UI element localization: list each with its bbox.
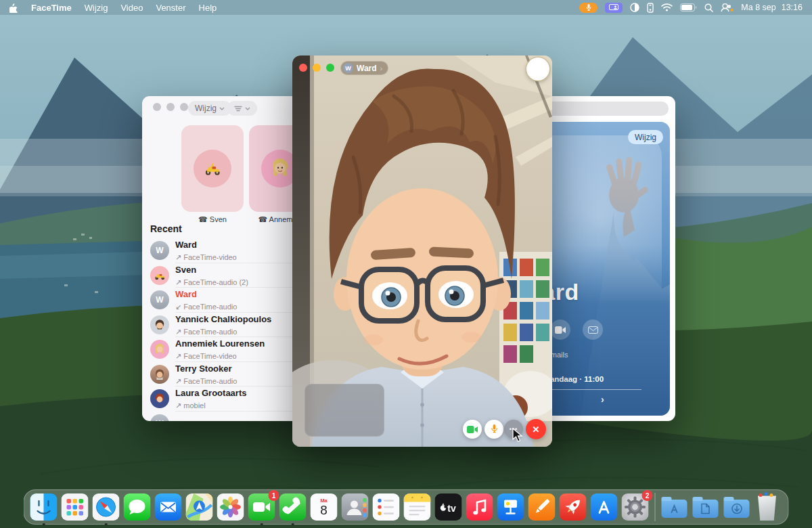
menu-bar-menus: FaceTime Wijzig Video Venster Help bbox=[9, 3, 217, 13]
zoom-button[interactable] bbox=[180, 103, 188, 111]
chevron-down-icon bbox=[245, 107, 250, 110]
contact-edit-button[interactable]: Wijzig bbox=[628, 130, 663, 144]
memoji-avatar bbox=[150, 315, 169, 334]
recent-name: Sven bbox=[175, 265, 196, 275]
recent-name: Ward bbox=[175, 240, 197, 250]
photo-avatar bbox=[150, 365, 169, 384]
apple-menu-icon[interactable] bbox=[9, 3, 18, 13]
dock-icon-app-store[interactable] bbox=[591, 493, 618, 521]
settings-badge: 2 bbox=[642, 490, 653, 501]
dock-icon-notes[interactable] bbox=[404, 493, 431, 521]
phone-icon: ☎ bbox=[198, 215, 208, 223]
end-call-button[interactable]: ✕ bbox=[526, 419, 546, 439]
avatar-initial: W bbox=[150, 290, 169, 309]
mail-icon bbox=[588, 326, 598, 334]
menu-help[interactable]: Help bbox=[199, 3, 217, 13]
mouse-cursor bbox=[512, 428, 523, 443]
dock-icon-facetime[interactable]: 1 bbox=[248, 493, 275, 521]
video-camera-icon bbox=[467, 426, 478, 433]
caller-avatar: W bbox=[343, 63, 353, 73]
menu-facetime[interactable]: FaceTime bbox=[31, 3, 72, 13]
phone-icon: ☎ bbox=[258, 215, 267, 223]
dock-icon-finder[interactable] bbox=[30, 493, 58, 521]
self-view-pip[interactable] bbox=[304, 384, 384, 437]
window-controls bbox=[299, 64, 334, 72]
chevron-right-icon: › bbox=[380, 64, 383, 72]
recent-type: ↙ FaceTime-audio bbox=[175, 303, 237, 311]
call-title-pill[interactable]: W Ward › bbox=[340, 61, 388, 75]
tv-label: tv bbox=[447, 503, 456, 514]
favorite-card-sven[interactable] bbox=[181, 125, 244, 212]
scooter-avatar bbox=[150, 266, 169, 285]
menu-bar-status: Ma 8 sep 13:16 bbox=[579, 3, 803, 13]
recent-name-missed: Ward bbox=[175, 289, 197, 299]
microphone-active-icon[interactable] bbox=[579, 3, 597, 13]
memoji-avatar bbox=[150, 340, 169, 359]
dock-icon-trash[interactable] bbox=[755, 493, 782, 521]
zoom-button[interactable] bbox=[326, 64, 334, 72]
dock-folder-downloads[interactable] bbox=[724, 493, 751, 521]
avatar-initial: W bbox=[150, 241, 169, 260]
window-controls bbox=[153, 103, 188, 111]
recent-type: ↗ FaceTime-audio bbox=[175, 377, 237, 385]
spotlight-icon[interactable] bbox=[704, 3, 713, 12]
dock-icon-music[interactable] bbox=[466, 493, 493, 521]
remote-video-bubble[interactable] bbox=[526, 58, 549, 81]
dock-icon-messages[interactable] bbox=[124, 493, 151, 521]
favorite-caption-sven[interactable]: ☎ Sven bbox=[181, 215, 244, 224]
facetime-badge: 1 bbox=[269, 490, 279, 501]
screen-sharing-icon[interactable] bbox=[605, 3, 623, 13]
trash-content bbox=[765, 492, 768, 496]
dock-icon-pages[interactable] bbox=[528, 493, 556, 521]
close-x-icon: ✕ bbox=[533, 424, 540, 435]
mic-toggle-button[interactable] bbox=[484, 420, 503, 439]
menu-wijzig[interactable]: Wijzig bbox=[85, 3, 108, 13]
close-button[interactable] bbox=[299, 64, 307, 72]
dock-icon-mail[interactable] bbox=[155, 493, 182, 521]
chevron-right-icon[interactable]: › bbox=[601, 394, 604, 405]
avatar-initial: W bbox=[150, 414, 169, 421]
minimize-button[interactable] bbox=[166, 103, 175, 111]
filter-dropdown[interactable] bbox=[227, 101, 257, 116]
menu-bar: FaceTime Wijzig Video Venster Help bbox=[0, 0, 812, 15]
dock-icon-keynote[interactable] bbox=[497, 493, 524, 521]
dock-folder-documents[interactable] bbox=[693, 493, 720, 521]
recent-type: ↗ FaceTime-audio (2) bbox=[175, 278, 248, 286]
recent-name: Annemiek Lourensen bbox=[175, 338, 265, 349]
edit-dropdown[interactable]: Wijzig bbox=[188, 101, 231, 116]
dock-icon-apple-tv[interactable]: tv bbox=[435, 493, 462, 521]
contact-mail-button[interactable] bbox=[583, 320, 603, 340]
display-icon[interactable] bbox=[630, 3, 639, 12]
menu-video[interactable]: Video bbox=[120, 3, 143, 13]
camera-toggle-button[interactable] bbox=[463, 420, 482, 439]
device-battery-icon[interactable] bbox=[647, 3, 654, 13]
dock-folder-applications[interactable] bbox=[662, 493, 689, 521]
edit-dropdown-label: Wijzig bbox=[195, 104, 217, 113]
recent-type: ↗ mobiel bbox=[175, 401, 206, 410]
recent-type: ↗ FaceTime-audio bbox=[175, 328, 237, 336]
recent-type: ↗ FaceTime-video bbox=[175, 253, 237, 261]
caller-name: Ward bbox=[357, 64, 377, 73]
dock-icon-photos[interactable] bbox=[217, 493, 244, 521]
contact-video-call-button[interactable] bbox=[550, 320, 570, 340]
battery-icon[interactable] bbox=[680, 3, 697, 12]
recent-name: Terry Stooker bbox=[175, 364, 232, 374]
menu-bar-clock[interactable]: Ma 8 sep 13:16 bbox=[741, 3, 803, 12]
recent-type: ↗ FaceTime-video bbox=[175, 352, 237, 360]
trash-content bbox=[759, 493, 763, 497]
dock-icon-phone[interactable] bbox=[279, 493, 307, 521]
minimize-button[interactable] bbox=[313, 64, 321, 72]
download-glyph bbox=[731, 503, 742, 514]
wifi-icon[interactable] bbox=[661, 3, 673, 12]
dock-icon-contacts[interactable] bbox=[342, 493, 369, 521]
menu-venster[interactable]: Venster bbox=[156, 3, 185, 13]
dock-icon-safari[interactable] bbox=[93, 493, 120, 521]
user-switch-icon[interactable] bbox=[721, 3, 734, 12]
dock-icon-launchpad[interactable] bbox=[62, 493, 89, 521]
dock-icon-calendar[interactable]: Ma8 bbox=[311, 493, 338, 521]
dock-icon-reminders[interactable] bbox=[373, 493, 400, 521]
close-button[interactable] bbox=[153, 103, 161, 111]
dock-icon-rocket[interactable] bbox=[560, 493, 587, 521]
dock-icon-settings[interactable]: 2 bbox=[622, 493, 649, 521]
dock-icon-maps[interactable] bbox=[186, 493, 213, 521]
